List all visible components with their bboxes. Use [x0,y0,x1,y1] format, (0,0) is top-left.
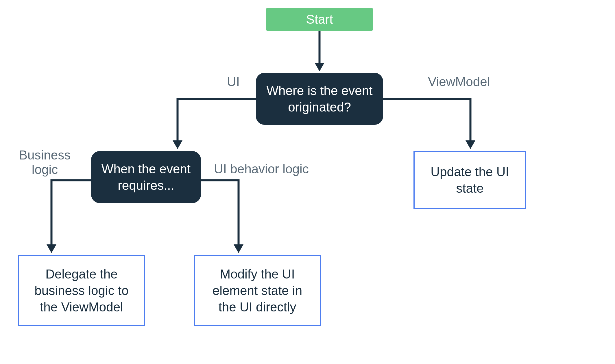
svg-marker-5 [234,244,243,253]
outcome-delegate-business-logic: Delegate the business logic to the ViewM… [18,255,145,326]
decision-event-origin: Where is the event originated? [256,73,383,125]
arrow-decision1-left [176,98,257,150]
decision-event-requires: When the event requires... [91,151,201,203]
outcome-modify-ui-element: Modify the UI element state in the UI di… [194,255,321,326]
arrow-decision2-right [201,179,250,254]
svg-marker-2 [173,140,182,149]
edge-label-ui-behavior-logic: UI behavior logic [214,162,309,176]
edge-label-business-logic: Business logic [7,148,82,177]
start-label: Start [306,11,333,27]
svg-marker-3 [466,140,475,149]
arrow-decision1-right [383,98,473,150]
edge-label-viewmodel: ViewModel [428,75,490,89]
svg-marker-4 [47,244,56,253]
outcome-delegate-label: Delegate the business logic to the ViewM… [28,266,135,315]
edge-label-ui: UI [227,75,240,89]
decision1-label: Where is the event originated? [265,82,374,115]
svg-marker-1 [315,63,324,71]
decision2-label: When the event requires... [100,161,192,194]
arrow-start-to-decision1 [312,31,327,71]
start-node: Start [266,8,373,31]
outcome-modify-label: Modify the UI element state in the UI di… [204,266,311,315]
arrow-decision2-left [43,179,93,254]
outcome-update-label: Update the UI state [423,164,516,196]
outcome-update-ui-state: Update the UI state [413,151,526,209]
